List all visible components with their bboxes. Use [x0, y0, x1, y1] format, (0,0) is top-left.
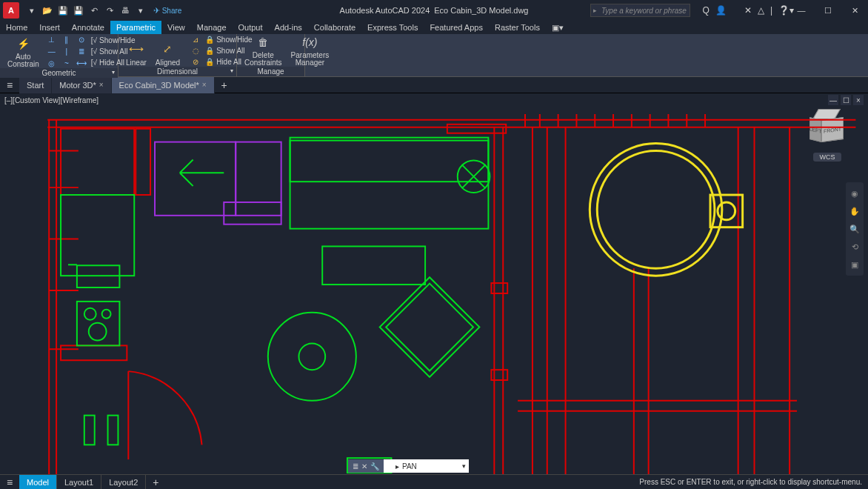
parameters-manager-button[interactable]: f(x) Parameters Manager — [288, 34, 333, 67]
qat-open-icon[interactable]: 📂 — [41, 4, 54, 17]
layout-tab-layout1[interactable]: Layout1 — [57, 475, 101, 490]
horizontal-icon[interactable]: — — [45, 46, 59, 56]
cmd-recent-icon[interactable]: ≣ — [353, 462, 358, 470]
tab-start[interactable]: Start — [19, 77, 52, 93]
search-input[interactable]: Type a keyword or phrase — [590, 4, 690, 17]
dim-icon-3[interactable]: ⊘ — [189, 56, 202, 67]
command-line[interactable]: ≣ ✕ 🔧 ▸ PAN — [348, 459, 469, 473]
close-button[interactable]: ✕ — [841, 0, 868, 21]
divider: | — [770, 5, 772, 16]
lock-all-icon: 🔒 — [205, 47, 214, 55]
qat-plot-icon[interactable]: 🖶 — [118, 4, 132, 17]
svg-rect-0 — [61, 129, 134, 195]
add-layout-button[interactable]: + — [146, 476, 165, 488]
concentric-icon[interactable]: ◎ — [45, 58, 59, 68]
qat-saveas-icon[interactable]: 💾 — [72, 4, 85, 17]
new-tab-button[interactable]: + — [215, 79, 234, 91]
title-text: Autodesk AutoCAD 2024 Eco Cabin_3D Model… — [340, 6, 529, 15]
qat-save-icon[interactable]: 💾 — [56, 4, 70, 17]
menu-featured-apps[interactable]: Featured Apps — [424, 21, 489, 34]
auto-constrain-button[interactable]: ⚡ Auto Constrain — [4, 34, 42, 68]
menu-manage[interactable]: Manage — [191, 21, 233, 34]
layout-menu-icon[interactable]: ≡ — [0, 476, 19, 488]
menu-collaborate[interactable]: Collaborate — [308, 21, 361, 34]
collinear-icon[interactable]: ≣ — [75, 46, 88, 56]
svg-rect-17 — [61, 195, 134, 276]
linear-button[interactable]: ⟷ Linear — [123, 34, 150, 67]
panel-label-geometric[interactable]: Geometric — [0, 68, 118, 78]
layout-tab-layout2[interactable]: Layout2 — [101, 475, 146, 490]
svg-rect-10 — [290, 141, 489, 229]
menu-express-tools[interactable]: Express Tools — [361, 21, 424, 34]
menu-bar: HomeInsertAnnotateParametricViewManageOu… — [0, 21, 868, 34]
menu-overflow-icon[interactable]: ▣▾ — [546, 21, 570, 34]
doctab[interactable]: Motor 3D*× — [52, 77, 111, 93]
svg-rect-7 — [236, 142, 281, 216]
cad-canvas — [0, 107, 868, 474]
layout-tab-model[interactable]: Model — [19, 475, 57, 490]
share-button[interactable]: Share — [165, 4, 178, 17]
user-icon[interactable]: 👤 — [715, 5, 727, 16]
qat-undo-icon[interactable]: ↶ — [87, 4, 101, 17]
cmd-close-icon[interactable]: ✕ — [361, 462, 367, 470]
qat-redo-icon[interactable]: ↷ — [103, 4, 116, 17]
svg-rect-8 — [224, 202, 281, 224]
menu-parametric[interactable]: Parametric — [110, 21, 161, 34]
svg-rect-1 — [136, 129, 150, 195]
svg-point-16 — [298, 343, 325, 370]
perpendicular-icon[interactable]: ⊥ — [45, 34, 59, 44]
ribbon-panel-geometric: ⚡ Auto Constrain ⊥ ∥ ⊙ — | ≣ ◎ ~ ⟷ [√Sho… — [0, 34, 118, 76]
parallel-icon[interactable]: ∥ — [60, 34, 73, 44]
close-icon[interactable]: × — [202, 81, 207, 89]
drawing-area[interactable]: [–][Custom View][Wireframe] — ☐ × LEFT F… — [0, 93, 868, 474]
menu-view[interactable]: View — [161, 21, 191, 34]
tangent-icon[interactable]: ⊙ — [75, 34, 88, 44]
menu-raster-tools[interactable]: Raster Tools — [489, 21, 546, 34]
menu-home[interactable]: Home — [0, 21, 33, 34]
menu-annotate[interactable]: Annotate — [66, 21, 110, 34]
ribbon-panel-manage: 🗑 Delete Constraints f(x) Parameters Man… — [237, 34, 305, 76]
window-controls: — ☐ ✕ — [788, 0, 868, 21]
vp-maximize-icon[interactable]: ☐ — [841, 95, 851, 105]
delete-icon: 🗑 — [255, 34, 271, 50]
doctab-menu-icon[interactable]: ≡ — [0, 79, 19, 91]
vp-minimize-icon[interactable]: — — [828, 95, 838, 105]
doctab[interactable]: Eco Cabin_3D Model*× — [112, 77, 215, 93]
fx-icon: f(x) — [301, 34, 318, 50]
qat-dropdown-icon[interactable]: ▾ — [134, 4, 147, 17]
symmetric-icon[interactable]: ⟷ — [75, 58, 88, 68]
svg-rect-14 — [386, 284, 473, 371]
svg-rect-5 — [447, 124, 506, 133]
svg-point-22 — [89, 323, 107, 341]
smooth-icon[interactable]: ~ — [60, 58, 73, 68]
menu-add-ins[interactable]: Add-ins — [269, 21, 308, 34]
lock-none-icon: 🔒 — [205, 58, 214, 66]
svg-point-27 — [597, 151, 715, 269]
svg-rect-23 — [84, 416, 95, 445]
maximize-button[interactable]: ☐ — [815, 0, 841, 21]
menu-insert[interactable]: Insert — [33, 21, 66, 34]
menu-output[interactable]: Output — [233, 21, 269, 34]
title-bar: A ▾ 📂 💾 💾 ↶ ↷ 🖶 ▾ ✈ Share Autodesk AutoC… — [0, 0, 868, 21]
app-store-icon[interactable]: △ — [758, 5, 764, 16]
share-icon[interactable]: ✈ — [150, 4, 163, 17]
signin-icon[interactable]: Q — [703, 5, 710, 16]
svg-rect-13 — [380, 277, 480, 377]
dim-icon-1[interactable]: ⊿ — [189, 34, 202, 44]
dim-icon-2[interactable]: ◌ — [189, 45, 202, 56]
panel-label-dimensional[interactable]: Dimensional — [118, 67, 236, 76]
vertical-icon[interactable]: | — [60, 46, 73, 56]
qat-new-icon[interactable]: ▾ — [25, 4, 39, 17]
vp-close-icon[interactable]: × — [853, 95, 864, 105]
close-icon[interactable]: × — [99, 81, 104, 89]
aligned-button[interactable]: ⤢ Aligned — [153, 34, 183, 67]
delete-constraints-button[interactable]: 🗑 Delete Constraints — [241, 34, 285, 67]
ribbon-panel-dimensional: ⟷ Linear ⤢ Aligned ⊿ ◌ ⊘ 🔒Show/Hide 🔒Sho… — [118, 34, 237, 76]
minimize-button[interactable]: — — [788, 0, 815, 21]
view-label[interactable]: [–][Custom View][Wireframe] — [4, 96, 99, 104]
exchange-icon[interactable]: ✕ — [744, 5, 752, 16]
app-logo[interactable]: A — [3, 2, 19, 19]
document-tabs: ≡ Start Motor 3D*×Eco Cabin_3D Model*× + — [0, 77, 868, 93]
cmd-custom-icon[interactable]: 🔧 — [370, 462, 379, 470]
svg-rect-9 — [290, 138, 489, 182]
